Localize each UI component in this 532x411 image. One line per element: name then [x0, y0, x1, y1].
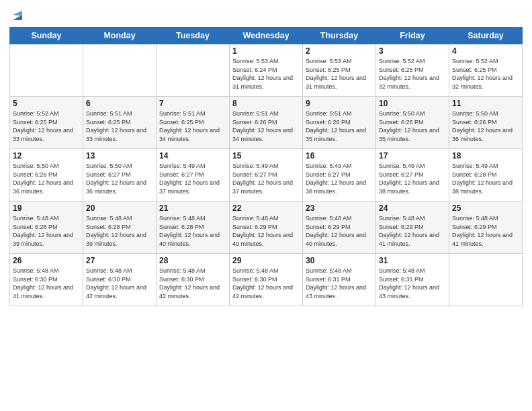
calendar-cell: 5Sunrise: 5:52 AM Sunset: 6:25 PM Daylig… — [10, 97, 83, 149]
day-number: 23 — [306, 203, 373, 213]
col-header-friday: Friday — [376, 28, 449, 44]
day-number: 27 — [86, 256, 153, 265]
day-number: 12 — [13, 151, 80, 161]
calendar-cell: 17Sunrise: 5:49 AM Sunset: 6:27 PM Dayli… — [376, 149, 449, 201]
cell-info: Sunrise: 5:49 AM Sunset: 6:27 PM Dayligh… — [379, 162, 446, 195]
calendar-cell: 2Sunrise: 5:53 AM Sunset: 6:25 PM Daylig… — [303, 44, 376, 97]
calendar-cell — [10, 44, 83, 97]
calendar-week-row: 1Sunrise: 5:53 AM Sunset: 6:24 PM Daylig… — [10, 44, 523, 97]
cell-info: Sunrise: 5:50 AM Sunset: 6:26 PM Dayligh… — [13, 162, 80, 195]
day-number: 4 — [452, 46, 519, 56]
calendar-cell: 29Sunrise: 5:48 AM Sunset: 6:30 PM Dayli… — [230, 254, 303, 306]
col-header-wednesday: Wednesday — [230, 28, 303, 44]
header — [9, 7, 523, 23]
cell-info: Sunrise: 5:48 AM Sunset: 6:31 PM Dayligh… — [306, 267, 373, 300]
cell-info: Sunrise: 5:49 AM Sunset: 6:28 PM Dayligh… — [452, 162, 519, 195]
cell-info: Sunrise: 5:49 AM Sunset: 6:27 PM Dayligh… — [159, 162, 226, 195]
calendar-cell: 16Sunrise: 5:49 AM Sunset: 6:27 PM Dayli… — [303, 149, 376, 201]
cell-info: Sunrise: 5:48 AM Sunset: 6:30 PM Dayligh… — [159, 267, 226, 300]
day-number: 8 — [232, 99, 300, 108]
cell-info: Sunrise: 5:48 AM Sunset: 6:30 PM Dayligh… — [86, 267, 153, 300]
calendar-header-row: SundayMondayTuesdayWednesdayThursdayFrid… — [10, 28, 523, 44]
cell-info: Sunrise: 5:50 AM Sunset: 6:27 PM Dayligh… — [86, 162, 153, 195]
day-number: 29 — [232, 256, 300, 265]
cell-info: Sunrise: 5:52 AM Sunset: 6:25 PM Dayligh… — [13, 109, 80, 143]
cell-info: Sunrise: 5:50 AM Sunset: 6:26 PM Dayligh… — [379, 109, 446, 143]
calendar-week-row: 5Sunrise: 5:52 AM Sunset: 6:25 PM Daylig… — [10, 97, 523, 149]
calendar-cell: 4Sunrise: 5:52 AM Sunset: 6:25 PM Daylig… — [449, 44, 523, 97]
calendar-cell: 27Sunrise: 5:48 AM Sunset: 6:30 PM Dayli… — [83, 254, 157, 306]
day-number: 9 — [306, 99, 373, 108]
calendar-cell: 1Sunrise: 5:53 AM Sunset: 6:24 PM Daylig… — [230, 44, 303, 97]
calendar-cell: 25Sunrise: 5:48 AM Sunset: 6:29 PM Dayli… — [449, 201, 523, 254]
cell-info: Sunrise: 5:48 AM Sunset: 6:31 PM Dayligh… — [379, 267, 446, 300]
cell-info: Sunrise: 5:48 AM Sunset: 6:29 PM Dayligh… — [379, 214, 446, 248]
cell-info: Sunrise: 5:48 AM Sunset: 6:28 PM Dayligh… — [159, 214, 226, 248]
calendar-cell: 22Sunrise: 5:48 AM Sunset: 6:29 PM Dayli… — [230, 201, 303, 254]
day-number: 30 — [306, 256, 373, 265]
day-number: 16 — [306, 151, 373, 161]
calendar-cell: 10Sunrise: 5:50 AM Sunset: 6:26 PM Dayli… — [376, 97, 449, 149]
cell-info: Sunrise: 5:52 AM Sunset: 6:25 PM Dayligh… — [452, 57, 519, 91]
day-number: 11 — [452, 99, 519, 108]
day-number: 26 — [13, 256, 80, 265]
day-number: 7 — [159, 99, 226, 108]
calendar-cell: 8Sunrise: 5:51 AM Sunset: 6:26 PM Daylig… — [230, 97, 303, 149]
calendar-cell: 18Sunrise: 5:49 AM Sunset: 6:28 PM Dayli… — [449, 149, 523, 201]
cell-info: Sunrise: 5:51 AM Sunset: 6:26 PM Dayligh… — [232, 109, 300, 143]
calendar-cell: 9Sunrise: 5:51 AM Sunset: 6:26 PM Daylig… — [303, 97, 376, 149]
day-number: 14 — [159, 151, 226, 161]
cell-info: Sunrise: 5:51 AM Sunset: 6:26 PM Dayligh… — [306, 109, 373, 143]
cell-info: Sunrise: 5:53 AM Sunset: 6:24 PM Dayligh… — [232, 57, 300, 91]
calendar-cell: 24Sunrise: 5:48 AM Sunset: 6:29 PM Dayli… — [376, 201, 449, 254]
calendar-cell: 15Sunrise: 5:49 AM Sunset: 6:27 PM Dayli… — [230, 149, 303, 201]
day-number: 28 — [159, 256, 226, 265]
day-number: 22 — [232, 203, 300, 213]
day-number: 15 — [232, 151, 300, 161]
day-number: 10 — [379, 99, 446, 108]
day-number: 31 — [379, 256, 446, 265]
day-number: 13 — [86, 151, 153, 161]
calendar-cell: 30Sunrise: 5:48 AM Sunset: 6:31 PM Dayli… — [303, 254, 376, 306]
calendar-cell: 12Sunrise: 5:50 AM Sunset: 6:26 PM Dayli… — [10, 149, 83, 201]
calendar-cell: 11Sunrise: 5:50 AM Sunset: 6:26 PM Dayli… — [449, 97, 523, 149]
calendar-cell: 6Sunrise: 5:51 AM Sunset: 6:25 PM Daylig… — [83, 97, 157, 149]
page: SundayMondayTuesdayWednesdayThursdayFrid… — [0, 0, 532, 313]
col-header-sunday: Sunday — [10, 28, 83, 44]
calendar-cell: 19Sunrise: 5:48 AM Sunset: 6:28 PM Dayli… — [10, 201, 83, 254]
calendar-cell — [83, 44, 157, 97]
calendar-cell: 3Sunrise: 5:52 AM Sunset: 6:25 PM Daylig… — [376, 44, 449, 97]
calendar-cell: 28Sunrise: 5:48 AM Sunset: 6:30 PM Dayli… — [157, 254, 230, 306]
calendar-week-row: 12Sunrise: 5:50 AM Sunset: 6:26 PM Dayli… — [10, 149, 523, 201]
cell-info: Sunrise: 5:53 AM Sunset: 6:25 PM Dayligh… — [306, 57, 373, 91]
day-number: 17 — [379, 151, 446, 161]
day-number: 5 — [13, 99, 80, 108]
calendar-cell — [449, 254, 523, 306]
calendar-cell: 14Sunrise: 5:49 AM Sunset: 6:27 PM Dayli… — [157, 149, 230, 201]
col-header-thursday: Thursday — [303, 28, 376, 44]
calendar-cell: 23Sunrise: 5:48 AM Sunset: 6:29 PM Dayli… — [303, 201, 376, 254]
calendar-cell: 26Sunrise: 5:48 AM Sunset: 6:30 PM Dayli… — [10, 254, 83, 306]
day-number: 6 — [86, 99, 153, 108]
cell-info: Sunrise: 5:48 AM Sunset: 6:28 PM Dayligh… — [13, 214, 80, 248]
col-header-monday: Monday — [83, 28, 157, 44]
calendar-cell: 20Sunrise: 5:48 AM Sunset: 6:28 PM Dayli… — [83, 201, 157, 254]
cell-info: Sunrise: 5:52 AM Sunset: 6:25 PM Dayligh… — [379, 57, 446, 91]
calendar-cell: 31Sunrise: 5:48 AM Sunset: 6:31 PM Dayli… — [376, 254, 449, 306]
day-number: 20 — [86, 203, 153, 213]
cell-info: Sunrise: 5:51 AM Sunset: 6:25 PM Dayligh… — [159, 109, 226, 143]
day-number: 2 — [306, 46, 373, 56]
day-number: 24 — [379, 203, 446, 213]
cell-info: Sunrise: 5:49 AM Sunset: 6:27 PM Dayligh… — [306, 162, 373, 195]
day-number: 25 — [452, 203, 519, 213]
logo — [9, 9, 25, 23]
calendar-cell: 21Sunrise: 5:48 AM Sunset: 6:28 PM Dayli… — [157, 201, 230, 254]
cell-info: Sunrise: 5:49 AM Sunset: 6:27 PM Dayligh… — [232, 162, 300, 195]
logo-icon — [10, 8, 25, 23]
day-number: 18 — [452, 151, 519, 161]
calendar-cell: 13Sunrise: 5:50 AM Sunset: 6:27 PM Dayli… — [83, 149, 157, 201]
svg-marker-1 — [13, 11, 22, 16]
calendar-cell — [157, 44, 230, 97]
cell-info: Sunrise: 5:48 AM Sunset: 6:29 PM Dayligh… — [452, 214, 519, 248]
col-header-saturday: Saturday — [449, 28, 523, 44]
